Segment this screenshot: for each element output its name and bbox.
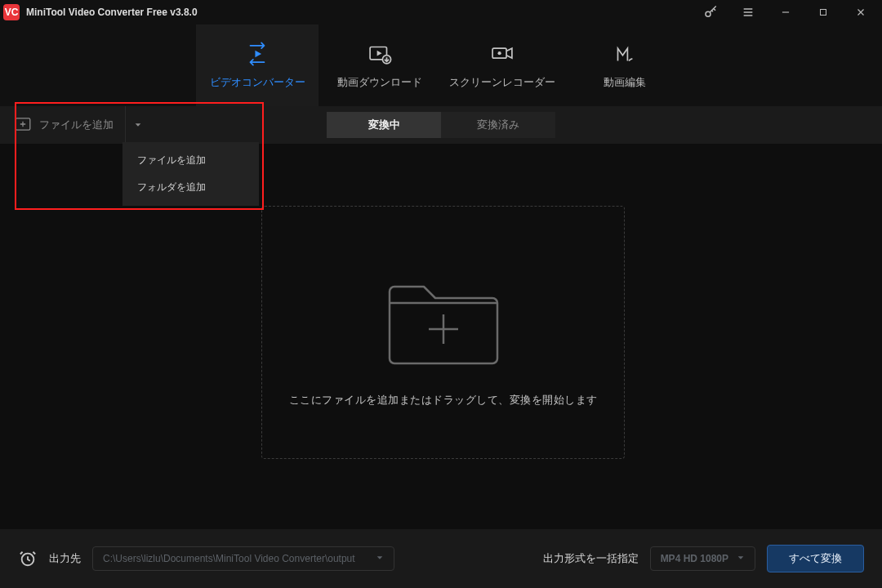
tab-label: 動画ダウンロード: [337, 75, 422, 90]
download-icon: [366, 41, 394, 67]
dropzone-hint: ここにファイルを追加またはドラッグして、変換を開始します: [289, 393, 598, 408]
add-file-dropdown-toggle[interactable]: [125, 106, 149, 144]
status-tabs: 変換中 変換済み: [327, 112, 555, 138]
status-tab-converted[interactable]: 変換済み: [441, 112, 555, 138]
convert-icon: [243, 41, 271, 67]
add-file-icon: [15, 118, 31, 133]
tab-video-converter[interactable]: ビデオコンバーター: [196, 24, 318, 106]
tool-row: ファイルを追加 変換中 変換済み: [0, 106, 882, 144]
app-title: MiniTool Video Converter Free v3.8.0: [26, 7, 198, 18]
bottombar: 出力先 C:\Users\lizlu\Documents\MiniTool Vi…: [0, 529, 882, 588]
output-format-label: 出力形式を一括指定: [543, 551, 639, 566]
clock-icon[interactable]: [18, 549, 38, 568]
key-icon[interactable]: [693, 0, 728, 24]
folder-plus-icon: [378, 257, 509, 375]
tab-label: 動画編集: [604, 75, 646, 90]
main-tabs: ビデオコンバーター 動画ダウンロード スクリーンレコーダー: [0, 24, 882, 106]
recorder-icon: [488, 41, 516, 67]
maximize-button[interactable]: [805, 0, 841, 24]
app-logo: VC: [3, 4, 20, 20]
tab-label: ビデオコンバーター: [210, 75, 305, 90]
svg-point-0: [706, 11, 710, 16]
output-format-value: MP4 HD 1080P: [661, 553, 728, 564]
edit-icon: [611, 41, 639, 67]
add-file-dropdown: ファイルを追加 フォルダを追加: [122, 142, 259, 206]
add-file-label: ファイルを追加: [39, 118, 114, 132]
chevron-down-icon: [376, 553, 384, 564]
close-button[interactable]: [843, 0, 879, 24]
hamburger-icon[interactable]: [730, 0, 766, 24]
tab-video-edit[interactable]: 動画編集: [564, 24, 686, 106]
dropdown-add-file[interactable]: ファイルを追加: [122, 147, 259, 174]
svg-rect-1: [821, 10, 826, 16]
status-tab-converting[interactable]: 変換中: [327, 112, 441, 138]
add-file-button[interactable]: ファイルを追加: [0, 106, 125, 144]
tab-label: スクリーンレコーダー: [449, 75, 555, 90]
dropzone[interactable]: ここにファイルを追加またはドラッグして、変換を開始します: [261, 206, 625, 459]
tab-screen-recorder[interactable]: スクリーンレコーダー: [441, 24, 564, 106]
convert-all-button[interactable]: すべて変換: [767, 545, 864, 572]
output-path-select[interactable]: C:\Users\lizlu\Documents\MiniTool Video …: [92, 546, 394, 571]
output-path-text: C:\Users\lizlu\Documents\MiniTool Video …: [103, 553, 355, 564]
output-label: 出力先: [49, 551, 81, 566]
svg-point-5: [497, 51, 501, 55]
tab-video-download[interactable]: 動画ダウンロード: [318, 24, 441, 106]
dropdown-add-folder[interactable]: フォルダを追加: [122, 174, 259, 201]
titlebar: VC MiniTool Video Converter Free v3.8.0: [0, 0, 882, 24]
output-format-select[interactable]: MP4 HD 1080P: [650, 546, 755, 571]
minimize-button[interactable]: [768, 0, 804, 24]
chevron-down-icon: [737, 553, 745, 564]
